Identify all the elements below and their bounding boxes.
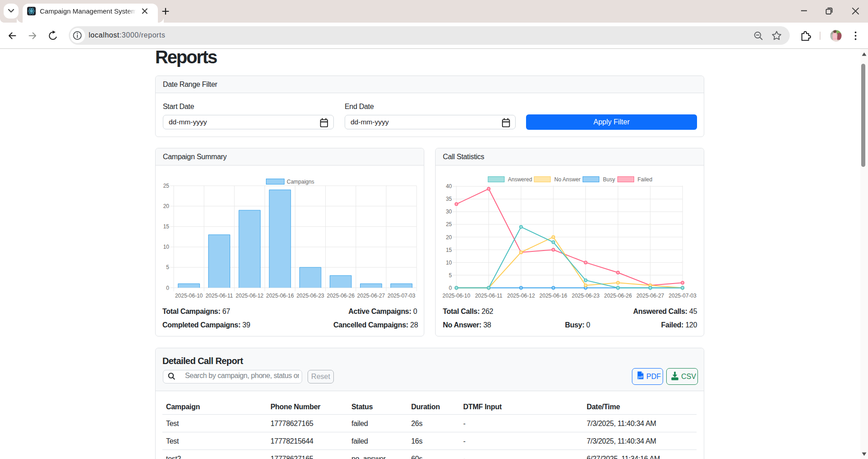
svg-text:2025-06-26: 2025-06-26: [327, 293, 355, 299]
svg-text:2025-06-11: 2025-06-11: [475, 293, 503, 299]
svg-text:Answered: Answered: [508, 176, 532, 183]
svg-text:0: 0: [166, 285, 169, 291]
svg-text:2025-06-16: 2025-06-16: [266, 293, 294, 299]
svg-text:2025-07-03: 2025-07-03: [388, 293, 416, 299]
svg-text:Failed: Failed: [638, 176, 653, 183]
svg-text:2025-06-12: 2025-06-12: [236, 293, 264, 299]
svg-text:2025-06-11: 2025-06-11: [205, 293, 233, 299]
svg-text:25: 25: [446, 221, 452, 227]
svg-text:2025-07-03: 2025-07-03: [669, 293, 697, 299]
svg-text:2025-06-23: 2025-06-23: [296, 293, 324, 299]
svg-text:2025-06-27: 2025-06-27: [357, 293, 385, 299]
svg-text:25: 25: [163, 183, 170, 189]
svg-text:0: 0: [449, 285, 452, 291]
svg-text:10: 10: [446, 260, 452, 266]
svg-text:2025-06-23: 2025-06-23: [572, 293, 600, 299]
svg-text:30: 30: [446, 208, 452, 215]
svg-text:pdf: pdf: [638, 375, 643, 379]
svg-text:35: 35: [446, 196, 452, 202]
svg-text:5: 5: [166, 264, 169, 270]
svg-text:2025-06-26: 2025-06-26: [604, 293, 632, 299]
svg-text:10: 10: [163, 244, 170, 250]
svg-text:Campaigns: Campaigns: [287, 179, 314, 185]
svg-text:15: 15: [163, 223, 170, 230]
svg-text:No Answer: No Answer: [555, 176, 581, 183]
svg-text:2025-06-27: 2025-06-27: [636, 293, 664, 299]
svg-text:2025-06-10: 2025-06-10: [442, 293, 470, 299]
svg-text:2025-06-12: 2025-06-12: [507, 293, 535, 299]
svg-text:20: 20: [163, 203, 170, 209]
svg-text:20: 20: [446, 234, 452, 241]
svg-text:2025-06-10: 2025-06-10: [175, 293, 203, 299]
svg-text:15: 15: [446, 247, 452, 253]
svg-text:2025-06-16: 2025-06-16: [540, 293, 568, 299]
svg-text:5: 5: [449, 272, 452, 279]
svg-text:40: 40: [446, 183, 452, 189]
svg-text:Busy: Busy: [603, 176, 615, 183]
